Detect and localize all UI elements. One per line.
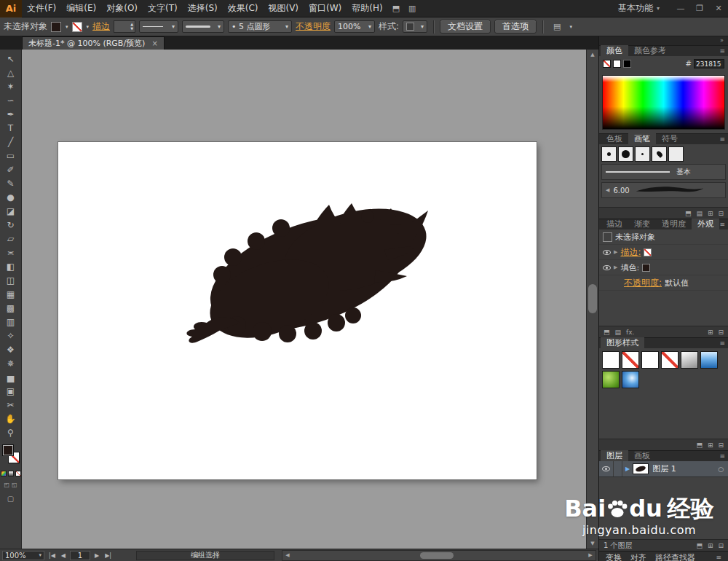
workspace-switcher[interactable]: 基本功能 ▾	[618, 2, 660, 15]
fill-dropdown-icon[interactable]: ▾	[66, 24, 68, 30]
tab-brushes[interactable]: 画笔	[628, 133, 656, 144]
lasso-tool-icon[interactable]: ∽	[0, 93, 22, 107]
eraser-tool-icon[interactable]: ◪	[0, 204, 22, 218]
stroke-attribute-link[interactable]: 描边:	[620, 246, 641, 259]
panel-menu-icon[interactable]: ≡	[719, 338, 725, 348]
scroll-up-icon[interactable]: ▲	[587, 50, 598, 60]
delete-layer-icon[interactable]: ⊟	[718, 542, 724, 549]
graphic-style-thumb[interactable]	[700, 351, 718, 369]
document-setup-button[interactable]: 文档设置	[440, 20, 491, 34]
new-fill-icon[interactable]: ▤	[615, 329, 622, 336]
tab-align[interactable]: 对齐	[630, 552, 646, 561]
gradient-tool-icon[interactable]: ▥	[0, 315, 22, 329]
fill-color-box[interactable]	[2, 444, 14, 456]
layer-row[interactable]: ▶ 图层 1 ○	[599, 461, 728, 477]
menu-view[interactable]: 视图(V)	[263, 0, 304, 17]
next-artboard-icon[interactable]: ▶	[93, 552, 100, 559]
zoom-tool-icon[interactable]: ⚲	[0, 425, 22, 439]
mesh-tool-icon[interactable]: ▩	[0, 301, 22, 315]
scroll-right-icon[interactable]: ▶	[585, 551, 596, 560]
tab-artboards[interactable]: 画板	[628, 450, 656, 461]
previous-artboard-icon[interactable]: ◀	[60, 552, 67, 559]
line-segment-tool-icon[interactable]: ╱	[0, 135, 22, 149]
gradient-button[interactable]	[8, 471, 14, 476]
width-tool-icon[interactable]: ≍	[0, 246, 22, 259]
artboard-tool-icon[interactable]: ▣	[0, 384, 22, 398]
panel-menu-icon[interactable]: ≡	[719, 451, 725, 461]
tab-transparency[interactable]: 透明度	[656, 219, 692, 230]
horizontal-scrollbar[interactable]: ◀ ▶	[282, 550, 596, 561]
fill-swatch[interactable]	[51, 22, 61, 32]
color-button[interactable]	[1, 471, 7, 476]
expand-triangle-icon[interactable]: ▶	[614, 264, 617, 270]
menu-window[interactable]: 窗口(W)	[304, 0, 347, 17]
appearance-stroke-row[interactable]: ▶ 描边:	[599, 245, 728, 260]
expand-triangle-icon[interactable]: ▶	[625, 466, 630, 472]
menu-file[interactable]: 文件(F)	[22, 0, 61, 17]
appearance-fill-row[interactable]: ▶ 填色:	[599, 260, 728, 275]
magic-wand-tool-icon[interactable]: ✶	[0, 79, 22, 93]
pencil-tool-icon[interactable]: ✎	[0, 176, 22, 190]
minimize-button[interactable]: —	[671, 4, 690, 13]
menu-select[interactable]: 选择(S)	[183, 0, 223, 17]
stroke-swatch[interactable]	[72, 22, 82, 32]
tab-appearance[interactable]: 外观	[692, 219, 719, 230]
opacity-attribute-link[interactable]: 不透明度:	[624, 277, 662, 289]
tab-color[interactable]: 颜色	[601, 45, 628, 56]
scroll-left-icon[interactable]: ◀	[282, 551, 293, 560]
direct-selection-tool-icon[interactable]: △	[0, 66, 22, 79]
blob-brush-tool-icon[interactable]: ●	[0, 190, 22, 204]
canvas-area[interactable]	[22, 50, 586, 549]
expand-triangle-icon[interactable]: ▶	[614, 249, 617, 255]
graphic-style-thumb[interactable]	[602, 371, 620, 388]
tab-symbols[interactable]: 符号	[656, 133, 684, 144]
visibility-eye-icon[interactable]	[602, 466, 610, 471]
horizontal-scroll-thumb[interactable]	[420, 552, 454, 559]
paintbrush-tool-icon[interactable]: ✐	[0, 162, 22, 176]
slice-tool-icon[interactable]: ✂	[0, 398, 22, 412]
menu-edit[interactable]: 编辑(E)	[61, 0, 101, 17]
delete-brush-icon[interactable]: ⊟	[718, 210, 724, 217]
style-libraries-icon[interactable]: ⬒	[696, 442, 703, 449]
column-graph-tool-icon[interactable]: ▅	[0, 370, 22, 384]
rotate-tool-icon[interactable]: ↻	[0, 218, 22, 232]
preferences-button[interactable]: 首选项	[494, 20, 537, 34]
panel-menu-icon[interactable]: ≡	[719, 219, 725, 230]
vertical-scrollbar[interactable]: ▲ ▼	[586, 50, 598, 549]
blend-tool-icon[interactable]: ❖	[0, 342, 22, 356]
panel-menu-icon[interactable]: ≡	[719, 46, 725, 56]
document-tab[interactable]: 未标题-1* @ 100% (RGB/预览) ×	[22, 36, 165, 50]
panel-options-icon[interactable]: ▤	[549, 22, 565, 31]
brush-preset[interactable]	[635, 146, 650, 162]
graphic-style-thumb[interactable]	[681, 351, 698, 369]
restore-button[interactable]: ❐	[690, 4, 709, 13]
brush-preset[interactable]	[652, 146, 667, 162]
graphic-style-thumb[interactable]	[622, 371, 639, 388]
close-button[interactable]: ✕	[709, 4, 728, 13]
new-style-icon[interactable]: ⊞	[708, 442, 713, 449]
graphic-style-thumb[interactable]	[641, 351, 659, 369]
tab-stroke[interactable]: 描边	[601, 219, 628, 230]
perspective-grid-tool-icon[interactable]: ▦	[0, 287, 22, 301]
menu-type[interactable]: 文字(T)	[143, 0, 183, 17]
scale-tool-icon[interactable]: ▱	[0, 232, 22, 246]
stroke-weight-stepper[interactable]: ▲ ▼	[114, 20, 135, 33]
brush-preset[interactable]	[618, 146, 633, 162]
brush-preset[interactable]	[601, 146, 617, 162]
tab-transform[interactable]: 变换	[606, 552, 622, 561]
scroll-down-icon[interactable]: ▼	[587, 538, 598, 549]
hand-tool-icon[interactable]: ✋	[0, 412, 22, 425]
type-tool-icon[interactable]: T	[0, 121, 22, 135]
artboard-number-input[interactable]	[70, 551, 90, 560]
new-layer-icon[interactable]: ⊞	[708, 542, 713, 549]
list-view-icon[interactable]: ▤	[696, 210, 703, 217]
layer-target-icon[interactable]: ○	[718, 466, 724, 473]
collapse-panels-icon[interactable]: »	[720, 37, 724, 44]
arrange-documents-icon[interactable]: ▥	[404, 4, 420, 13]
variable-width-select[interactable]: ▾	[182, 20, 224, 33]
zoom-level-select[interactable]: 100% ▾	[2, 551, 44, 560]
brush-list-item-art[interactable]: ◀ 6.00	[601, 182, 726, 198]
brush-definition-select[interactable]: • 5 点圆形 ▾	[228, 20, 292, 33]
graphic-style-thumb[interactable]	[661, 351, 678, 369]
stepper-down-icon[interactable]: ▼	[130, 27, 133, 31]
